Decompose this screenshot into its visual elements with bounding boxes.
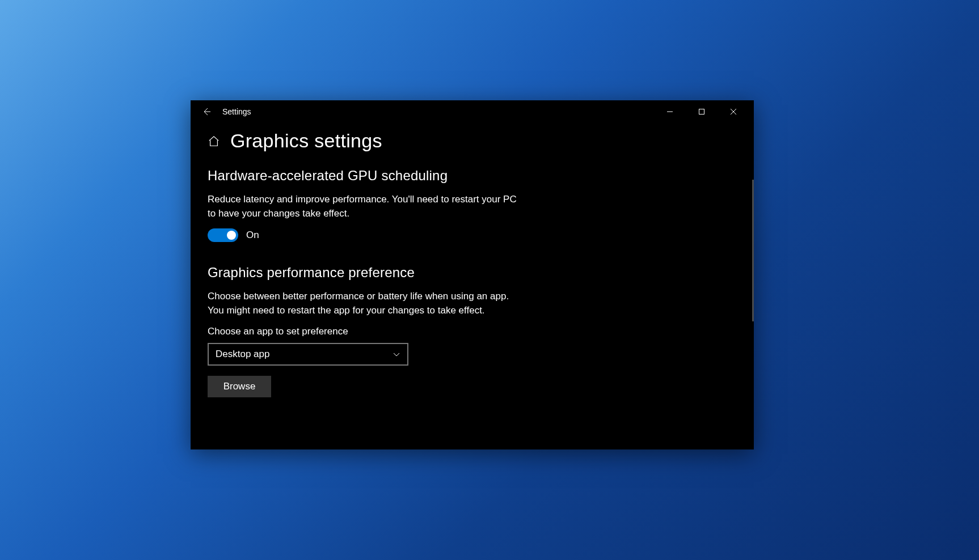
toggle-knob [227,231,236,240]
browse-button-label: Browse [223,381,256,392]
choose-app-label: Choose an app to set preference [208,326,737,337]
maximize-icon [698,108,705,115]
gpu-scheduling-toggle[interactable] [208,228,238,242]
back-button[interactable] [195,100,218,123]
performance-pref-heading: Graphics performance preference [208,265,737,281]
performance-preference-section: Graphics performance preference Choose b… [208,265,737,397]
page-header: Graphics settings [208,130,737,152]
chevron-down-icon [393,350,400,358]
minimize-button[interactable] [654,100,686,123]
minimize-icon [666,108,673,115]
window-controls [654,100,749,123]
gpu-scheduling-toggle-row: On [208,228,737,242]
window-title: Settings [222,107,251,116]
gpu-scheduling-toggle-label: On [246,230,259,241]
content-area: Graphics settings Hardware-accelerated G… [191,123,754,449]
scrollbar[interactable] [752,180,754,321]
home-icon[interactable] [208,135,220,147]
page-title: Graphics settings [230,130,382,152]
gpu-scheduling-description: Reduce latency and improve performance. … [208,193,525,220]
performance-pref-description: Choose between better performance or bat… [208,290,525,317]
maximize-button[interactable] [686,100,718,123]
close-button[interactable] [718,100,749,123]
close-icon [730,108,737,115]
titlebar: Settings [191,100,754,123]
svg-rect-0 [699,109,704,114]
settings-window: Settings [191,100,754,449]
app-type-selected-value: Desktop app [216,349,269,360]
app-type-select[interactable]: Desktop app [208,343,408,366]
back-arrow-icon [202,107,211,116]
gpu-scheduling-heading: Hardware-accelerated GPU scheduling [208,168,737,184]
browse-button[interactable]: Browse [208,376,271,397]
